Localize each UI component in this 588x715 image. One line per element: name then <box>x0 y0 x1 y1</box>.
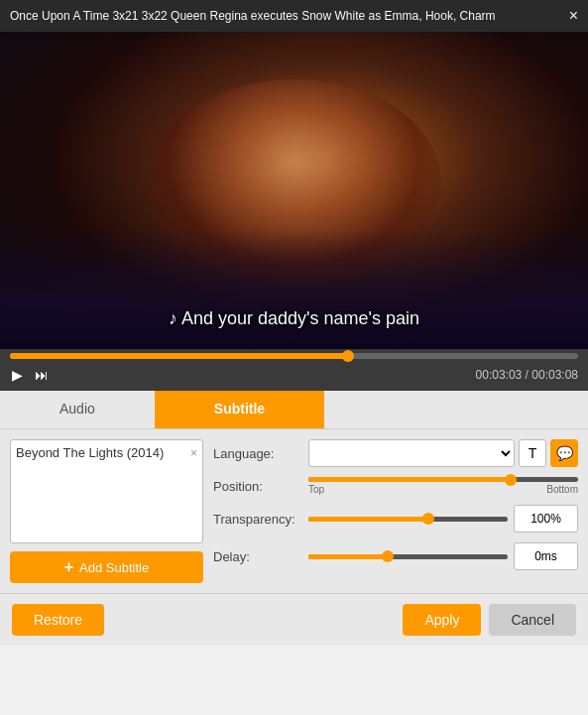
transparency-track[interactable] <box>308 517 508 522</box>
transparency-label: Transparency: <box>213 512 302 527</box>
audio-list-box: Beyond The Lights (2014) × <box>10 439 203 543</box>
position-top-label: Top <box>308 484 324 495</box>
audio-item-remove-button[interactable]: × <box>190 446 197 460</box>
text-icon: T <box>529 445 537 461</box>
left-panel: Beyond The Lights (2014) × + Add Subtitl… <box>10 439 203 583</box>
language-label: Language: <box>213 446 302 461</box>
audio-list-item: Beyond The Lights (2014) × <box>16 445 197 460</box>
cancel-button[interactable]: Cancel <box>489 604 576 636</box>
add-subtitle-label: Add Subtitle <box>79 560 149 575</box>
subtitle-overlay: ♪ And your daddy's name's pain <box>169 308 419 329</box>
text-icon-button[interactable]: T <box>519 439 546 467</box>
tab-subtitle[interactable]: Subtitle <box>155 391 324 428</box>
transparency-value-input[interactable]: 100% <box>514 505 578 533</box>
progress-thumb <box>342 350 354 362</box>
position-thumb <box>505 474 517 486</box>
position-label: Position: <box>213 479 302 494</box>
controls-bottom: ▶ ⏭ 00:03:03 / 00:03:08 <box>10 365 578 385</box>
window-title: Once Upon A Time 3x21 3x22 Queen Regina … <box>10 9 496 23</box>
close-button[interactable]: × <box>569 7 578 25</box>
progress-bar[interactable] <box>10 353 578 359</box>
subtitle-icon-button[interactable]: 💬 <box>550 439 578 467</box>
transparency-slider-wrap <box>308 517 508 522</box>
delay-thumb <box>382 550 394 562</box>
current-time: 00:03:03 <box>476 368 523 382</box>
controls-left: ▶ ⏭ <box>10 365 51 385</box>
delay-slider-wrap <box>308 554 508 559</box>
transparency-fill <box>308 517 428 522</box>
subtitle-icon: 💬 <box>556 445 573 461</box>
audio-item-label: Beyond The Lights (2014) <box>16 445 164 460</box>
footer: Restore Apply Cancel <box>0 593 588 646</box>
video-bottom-overlay <box>0 230 588 349</box>
add-subtitle-button[interactable]: + Add Subtitle <box>10 551 203 583</box>
apply-button[interactable]: Apply <box>403 604 481 636</box>
position-slider-col: Top Bottom <box>308 477 578 495</box>
video-player: ♪ And your daddy's name's pain <box>0 32 588 349</box>
total-time: 00:03:08 <box>531 368 578 382</box>
position-bottom-label: Bottom <box>546 484 578 495</box>
transparency-row: Transparency: 100% <box>213 505 578 533</box>
tabs-panel: Audio Subtitle <box>0 391 588 429</box>
progress-fill <box>10 353 348 359</box>
position-row: Position: Top Bottom <box>213 477 578 495</box>
tab-audio[interactable]: Audio <box>0 391 155 428</box>
right-panel: Language: T 💬 Position: <box>213 439 578 583</box>
content-area: Beyond The Lights (2014) × + Add Subtitl… <box>0 429 588 593</box>
skip-button[interactable]: ⏭ <box>33 365 51 385</box>
footer-right: Apply Cancel <box>403 604 576 636</box>
time-display: 00:03:03 / 00:03:08 <box>476 368 578 382</box>
delay-row: Delay: 0ms <box>213 542 578 570</box>
controls-bar: ▶ ⏭ 00:03:03 / 00:03:08 <box>0 349 588 391</box>
delay-label: Delay: <box>213 549 302 564</box>
position-track[interactable] <box>308 477 578 482</box>
position-ticks: Top Bottom <box>308 484 578 495</box>
language-select-wrap: T 💬 <box>308 439 578 467</box>
delay-fill <box>308 554 388 559</box>
title-bar: Once Upon A Time 3x21 3x22 Queen Regina … <box>0 0 588 32</box>
add-icon: + <box>64 558 73 576</box>
delay-track[interactable] <box>308 554 508 559</box>
restore-button[interactable]: Restore <box>12 604 104 636</box>
tabs-header: Audio Subtitle <box>0 391 588 429</box>
play-button[interactable]: ▶ <box>10 365 25 385</box>
delay-value-input[interactable]: 0ms <box>514 542 578 570</box>
language-select[interactable] <box>308 439 515 467</box>
language-row: Language: T 💬 <box>213 439 578 467</box>
transparency-thumb <box>422 513 434 525</box>
position-fill <box>308 477 511 482</box>
